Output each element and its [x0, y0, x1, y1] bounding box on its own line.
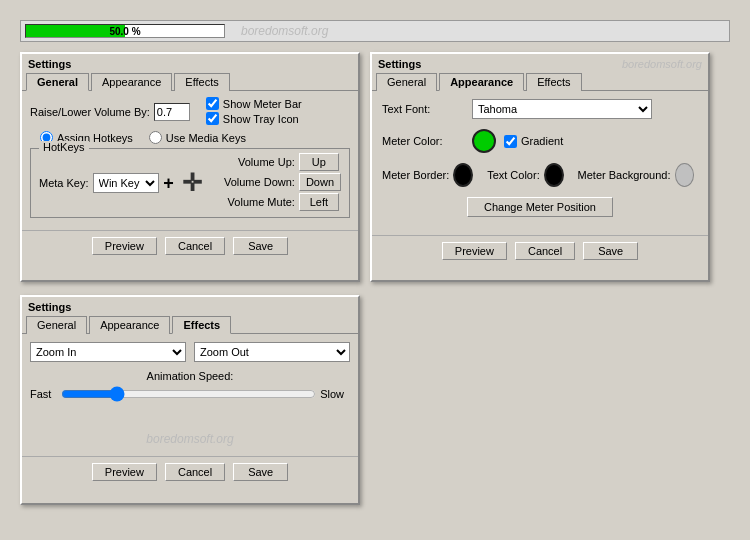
volume-up-button[interactable]: Up: [299, 153, 339, 171]
slow-label: Slow: [320, 388, 344, 400]
effects-bottom-buttons: Preview Cancel Save: [22, 456, 358, 487]
progress-label: 50.0 %: [26, 25, 224, 39]
speed-row: Fast Slow: [30, 386, 350, 402]
general-bottom-buttons: Preview Cancel Save: [22, 230, 358, 261]
volume-down-button[interactable]: Down: [299, 173, 341, 191]
tab-effects-general[interactable]: General: [26, 316, 87, 334]
checkbox-group: Show Meter Bar Show Tray Icon: [206, 97, 302, 127]
meter-border-swatch[interactable]: [453, 163, 473, 187]
key-columns: Volume Up: Up Volume Down: Down Volume M…: [210, 153, 341, 213]
progress-bar-container: 50.0 %: [25, 24, 225, 38]
fast-label: Fast: [30, 388, 51, 400]
effects-panel-content: Zoom In Zoom Out Fade Slide None Zoom In…: [22, 334, 358, 454]
use-media-keys-radio[interactable]: [149, 131, 162, 144]
show-tray-icon-label: Show Tray Icon: [223, 113, 299, 125]
panel-title-general: Settings: [22, 54, 358, 70]
effects-dropdowns-row: Zoom In Zoom Out Fade Slide None Zoom In…: [30, 342, 350, 362]
cross-arrows-icon: ✛: [182, 169, 202, 197]
meter-background-label: Meter Background:: [578, 169, 671, 181]
zoom-out-select[interactable]: Zoom In Zoom Out Fade Slide None: [194, 342, 350, 362]
meter-color-swatch[interactable]: [472, 129, 496, 153]
tabs-row-general: General Appearance Effects: [22, 72, 358, 91]
tab-general-general[interactable]: General: [26, 73, 89, 91]
general-cancel-button[interactable]: Cancel: [165, 237, 225, 255]
show-tray-icon-checkbox[interactable]: [206, 112, 219, 125]
text-font-select[interactable]: Tahoma Arial Verdana: [472, 99, 652, 119]
settings-panel-general: Settings General Appearance Effects Rais…: [20, 52, 360, 282]
panel-title-effects: Settings: [22, 297, 358, 313]
meter-color-label: Meter Color:: [382, 135, 472, 147]
volume-down-label: Volume Down:: [210, 176, 295, 188]
general-save-button[interactable]: Save: [233, 237, 288, 255]
animation-speed-slider[interactable]: [61, 386, 316, 402]
text-color-label: Text Color:: [487, 169, 540, 181]
change-meter-position-button[interactable]: Change Meter Position: [467, 197, 613, 217]
tab-effects-effects[interactable]: Effects: [172, 316, 231, 334]
tabs-row-effects: General Appearance Effects: [22, 315, 358, 334]
appearance-panel-content: Text Font: Tahoma Arial Verdana Meter Co…: [372, 91, 708, 233]
appearance-watermark: boredomsoft.org: [622, 54, 708, 70]
settings-panel-appearance: Settings boredomsoft.org General Appeara…: [370, 52, 710, 282]
zoom-in-select[interactable]: Zoom In Zoom Out Fade Slide None: [30, 342, 186, 362]
meter-border-label: Meter Border:: [382, 169, 449, 181]
effects-preview-button[interactable]: Preview: [92, 463, 157, 481]
volume-mute-label: Volume Mute:: [210, 196, 295, 208]
tabs-row-appearance: General Appearance Effects: [372, 72, 708, 91]
tab-general-effects[interactable]: Effects: [174, 73, 229, 91]
show-tray-icon-item: Show Tray Icon: [206, 112, 302, 125]
effects-watermark: boredomsoft.org: [30, 432, 350, 446]
top-progress-bar: 50.0 % boredomsoft.org: [20, 20, 730, 42]
appearance-cancel-button[interactable]: Cancel: [515, 242, 575, 260]
change-meter-position-container: Change Meter Position: [382, 197, 698, 217]
tab-general-appearance[interactable]: Appearance: [91, 73, 172, 91]
use-media-keys-label: Use Media Keys: [166, 132, 246, 144]
settings-panel-effects: Settings General Appearance Effects Zoom…: [20, 295, 360, 505]
volume-up-label: Volume Up:: [210, 156, 295, 168]
hotkeys-row: Meta Key: Win Key Alt Key Ctrl Key + ✛ V…: [39, 153, 341, 213]
meta-key-select[interactable]: Win Key Alt Key Ctrl Key: [93, 173, 160, 193]
raise-volume-label: Raise/Lower Volume By:: [30, 106, 150, 118]
text-font-row: Text Font: Tahoma Arial Verdana: [382, 99, 698, 119]
general-preview-button[interactable]: Preview: [92, 237, 157, 255]
show-meter-bar-label: Show Meter Bar: [223, 98, 302, 110]
tab-appearance-effects[interactable]: Effects: [526, 73, 581, 91]
volume-mute-row: Volume Mute: Left: [210, 193, 341, 211]
meter-border-row: Meter Border: Text Color: Meter Backgrou…: [382, 163, 698, 187]
appearance-bottom-buttons: Preview Cancel Save: [372, 235, 708, 266]
panel-title-appearance: Settings: [372, 54, 427, 70]
raise-volume-input[interactable]: [154, 103, 190, 121]
volume-mute-button[interactable]: Left: [299, 193, 339, 211]
hotkeys-group: HotKeys Meta Key: Win Key Alt Key Ctrl K…: [30, 148, 350, 218]
top-watermark: boredomsoft.org: [241, 24, 328, 38]
plus-icon: +: [163, 173, 174, 194]
tab-appearance-appearance[interactable]: Appearance: [439, 73, 524, 91]
general-panel-content: Raise/Lower Volume By: Show Meter Bar Sh…: [22, 91, 358, 228]
appearance-preview-button[interactable]: Preview: [442, 242, 507, 260]
gradient-label: Gradient: [521, 135, 563, 147]
effects-save-button[interactable]: Save: [233, 463, 288, 481]
tab-effects-appearance[interactable]: Appearance: [89, 316, 170, 334]
volume-up-row: Volume Up: Up: [210, 153, 341, 171]
show-meter-bar-item: Show Meter Bar: [206, 97, 302, 110]
tab-appearance-general[interactable]: General: [376, 73, 437, 91]
hotkeys-legend: HotKeys: [39, 141, 89, 153]
text-color-swatch[interactable]: [544, 163, 564, 187]
meta-key-label: Meta Key:: [39, 177, 89, 189]
text-font-label: Text Font:: [382, 103, 472, 115]
volume-down-row: Volume Down: Down: [210, 173, 341, 191]
raise-volume-row: Raise/Lower Volume By: Show Meter Bar Sh…: [30, 97, 350, 127]
meter-background-swatch[interactable]: [675, 163, 694, 187]
animation-speed-label: Animation Speed:: [30, 370, 350, 382]
meter-color-row: Meter Color: Gradient: [382, 129, 698, 153]
gradient-checkbox[interactable]: [504, 135, 517, 148]
effects-cancel-button[interactable]: Cancel: [165, 463, 225, 481]
appearance-save-button[interactable]: Save: [583, 242, 638, 260]
show-meter-bar-checkbox[interactable]: [206, 97, 219, 110]
